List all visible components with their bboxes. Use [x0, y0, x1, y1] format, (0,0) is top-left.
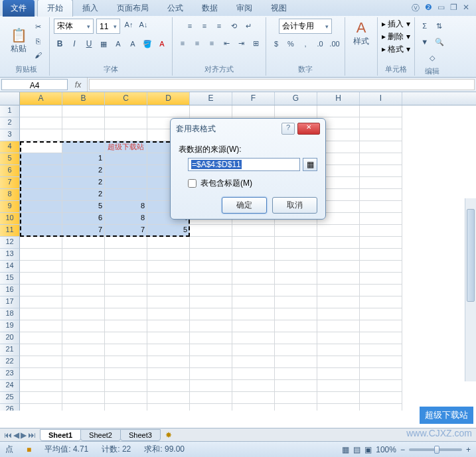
cell[interactable]: [360, 308, 402, 320]
cell[interactable]: [360, 177, 402, 189]
row-header[interactable]: 21: [0, 344, 20, 356]
row-header[interactable]: 23: [0, 368, 20, 380]
cell[interactable]: [317, 273, 360, 285]
cell[interactable]: [317, 332, 360, 344]
cell[interactable]: [105, 332, 147, 344]
cell[interactable]: [190, 344, 232, 356]
cell[interactable]: [20, 249, 62, 261]
cell[interactable]: 超级下载站: [105, 141, 147, 153]
cell[interactable]: [62, 380, 105, 392]
cell[interactable]: [62, 392, 105, 404]
cell[interactable]: [317, 261, 360, 273]
help-icon[interactable]: ❷: [425, 3, 432, 14]
zoom-level[interactable]: 100%: [376, 445, 396, 454]
cell[interactable]: [20, 165, 62, 177]
cell[interactable]: [360, 249, 402, 261]
cell[interactable]: [360, 117, 402, 129]
cell[interactable]: [105, 165, 147, 177]
cell[interactable]: [360, 332, 402, 344]
cell[interactable]: [62, 308, 105, 320]
cell[interactable]: [275, 249, 317, 261]
cell[interactable]: [147, 404, 190, 411]
sheet-tab[interactable]: Sheet3: [120, 429, 161, 441]
tab-data[interactable]: 数据: [193, 0, 227, 17]
decrease-font-icon[interactable]: A↓: [137, 19, 149, 31]
sheet-tab[interactable]: Sheet1: [40, 429, 81, 441]
cell[interactable]: [360, 129, 402, 141]
cell[interactable]: [275, 392, 317, 404]
cell[interactable]: [62, 105, 105, 117]
tab-insert[interactable]: 插入: [73, 0, 108, 17]
cell[interactable]: [275, 404, 317, 411]
cell[interactable]: [62, 249, 105, 261]
cell[interactable]: [275, 273, 317, 285]
increase-font-icon[interactable]: A↑: [123, 19, 135, 31]
font-shrink-icon[interactable]: A: [127, 38, 139, 50]
cell[interactable]: [147, 344, 190, 356]
tab-home[interactable]: 开始: [37, 0, 73, 17]
cell[interactable]: [317, 356, 360, 368]
window-restore-icon[interactable]: ❐: [450, 3, 457, 14]
cell[interactable]: 5: [147, 225, 190, 237]
cell[interactable]: [360, 237, 402, 249]
cell[interactable]: [360, 141, 402, 153]
cell[interactable]: [20, 117, 62, 129]
cell[interactable]: 8: [105, 201, 147, 213]
cell[interactable]: [20, 201, 62, 213]
row-header[interactable]: 4: [0, 141, 20, 153]
cell[interactable]: [105, 261, 147, 273]
cell[interactable]: [62, 285, 105, 296]
cell[interactable]: [20, 308, 62, 320]
status-record-icon[interactable]: ■: [27, 445, 31, 454]
border-button[interactable]: ▦: [98, 38, 110, 50]
sheet-tab[interactable]: Sheet2: [80, 429, 121, 441]
comma-icon[interactable]: ,: [299, 38, 311, 50]
orientation-icon[interactable]: ⟲: [228, 20, 240, 32]
cell[interactable]: 7: [105, 225, 147, 237]
ribbon-minimize-icon[interactable]: ⓥ: [412, 3, 420, 14]
cell[interactable]: [232, 368, 275, 380]
cell[interactable]: [105, 177, 147, 189]
cell[interactable]: [190, 237, 232, 249]
tab-page-layout[interactable]: 页面布局: [108, 0, 158, 17]
row-header[interactable]: 22: [0, 356, 20, 368]
cell[interactable]: [275, 237, 317, 249]
cell[interactable]: [105, 356, 147, 368]
tab-view[interactable]: 视图: [262, 0, 296, 17]
row-header[interactable]: 16: [0, 285, 20, 296]
cell[interactable]: [275, 368, 317, 380]
cell[interactable]: [20, 105, 62, 117]
cell[interactable]: [20, 380, 62, 392]
cell[interactable]: [62, 320, 105, 332]
cell[interactable]: [360, 213, 402, 225]
align-center-icon[interactable]: ≡: [191, 37, 203, 49]
cell[interactable]: [232, 249, 275, 261]
fill-icon[interactable]: ▼: [419, 36, 431, 48]
cell[interactable]: [360, 105, 402, 117]
cell[interactable]: [62, 129, 105, 141]
cell[interactable]: [105, 392, 147, 404]
cell[interactable]: [20, 213, 62, 225]
cell[interactable]: [317, 320, 360, 332]
zoom-out-button[interactable]: −: [400, 445, 405, 454]
cell[interactable]: [317, 344, 360, 356]
cell[interactable]: [360, 356, 402, 368]
row-header[interactable]: 6: [0, 165, 20, 177]
cell[interactable]: [190, 332, 232, 344]
cell[interactable]: [360, 165, 402, 177]
row-header[interactable]: 12: [0, 237, 20, 249]
cell[interactable]: [62, 117, 105, 129]
view-layout-icon[interactable]: ▤: [353, 445, 360, 454]
cell[interactable]: [147, 308, 190, 320]
align-top-icon[interactable]: ≡: [184, 20, 196, 32]
cell[interactable]: [275, 308, 317, 320]
col-header-H[interactable]: H: [317, 92, 360, 105]
cell[interactable]: [232, 392, 275, 404]
increase-decimal-icon[interactable]: .0: [314, 38, 326, 50]
cell[interactable]: 8: [105, 213, 147, 225]
cell[interactable]: [190, 225, 232, 237]
fill-color-button[interactable]: 🪣: [141, 38, 153, 50]
cell[interactable]: [20, 129, 62, 141]
cell[interactable]: [20, 141, 62, 153]
cell[interactable]: [317, 296, 360, 308]
